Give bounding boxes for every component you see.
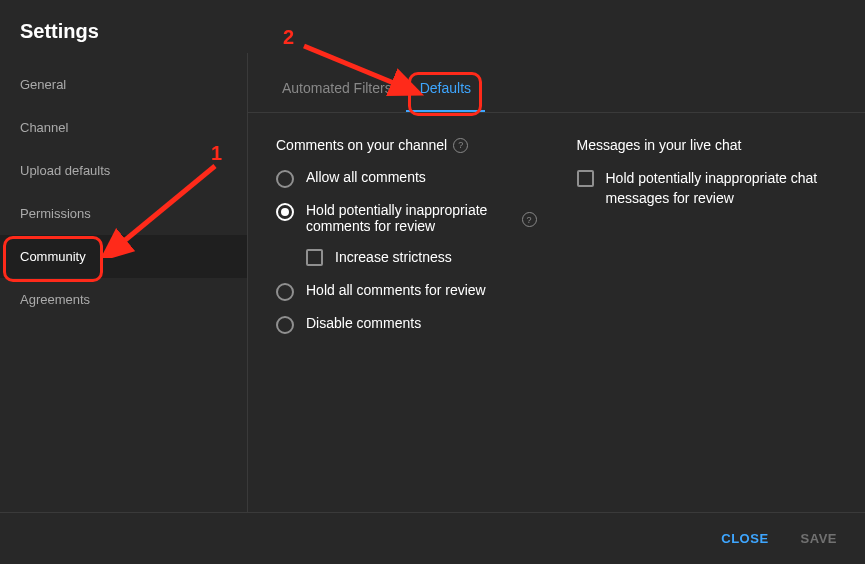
checkbox-hold-chat-messages[interactable]: Hold potentially inappropriate chat mess… <box>577 169 838 208</box>
comments-column: Comments on your channel ? Allow all com… <box>276 137 537 488</box>
settings-dialog: Settings General Channel Upload defaults… <box>0 0 865 564</box>
tab-automated-filters[interactable]: Automated Filters <box>268 64 406 112</box>
help-icon[interactable]: ? <box>453 138 468 153</box>
dialog-footer: CLOSE SAVE <box>0 512 865 564</box>
sidebar-item-upload-defaults[interactable]: Upload defaults <box>0 149 247 192</box>
radio-input[interactable] <box>276 316 294 334</box>
radio-disable-comments[interactable]: Disable comments <box>276 315 537 334</box>
livechat-section-title: Messages in your live chat <box>577 137 838 153</box>
close-button[interactable]: CLOSE <box>717 525 772 552</box>
tab-bar: Automated Filters Defaults <box>248 53 865 113</box>
radio-input[interactable] <box>276 170 294 188</box>
dialog-body: General Channel Upload defaults Permissi… <box>0 53 865 512</box>
sidebar-item-community[interactable]: Community <box>0 235 247 278</box>
sidebar-item-channel[interactable]: Channel <box>0 106 247 149</box>
radio-label: Allow all comments <box>306 169 537 185</box>
livechat-column: Messages in your live chat Hold potentia… <box>577 137 838 488</box>
radio-input[interactable] <box>276 203 294 221</box>
checkbox-increase-strictness[interactable]: Increase strictness <box>306 248 537 268</box>
radio-input[interactable] <box>276 283 294 301</box>
radio-hold-inappropriate[interactable]: Hold potentially inappropriate comments … <box>276 202 514 234</box>
save-button[interactable]: SAVE <box>797 525 841 552</box>
sidebar-item-agreements[interactable]: Agreements <box>0 278 247 321</box>
checkbox-label: Increase strictness <box>335 248 452 268</box>
radio-hold-all[interactable]: Hold all comments for review <box>276 282 537 301</box>
checkbox-label: Hold potentially inappropriate chat mess… <box>606 169 838 208</box>
dialog-title: Settings <box>0 0 865 53</box>
radio-label: Disable comments <box>306 315 537 331</box>
checkbox-input[interactable] <box>577 170 594 187</box>
tab-defaults[interactable]: Defaults <box>406 64 485 112</box>
radio-label: Hold all comments for review <box>306 282 537 298</box>
comments-title-text: Comments on your channel <box>276 137 447 153</box>
help-icon[interactable]: ? <box>522 212 537 227</box>
comments-section-title: Comments on your channel ? <box>276 137 537 153</box>
sidebar-item-permissions[interactable]: Permissions <box>0 192 247 235</box>
checkbox-input[interactable] <box>306 249 323 266</box>
livechat-title-text: Messages in your live chat <box>577 137 742 153</box>
sidebar-item-general[interactable]: General <box>0 63 247 106</box>
radio-label: Hold potentially inappropriate comments … <box>306 202 514 234</box>
settings-sidebar: General Channel Upload defaults Permissi… <box>0 53 248 512</box>
main-panel: Automated Filters Defaults Comments on y… <box>248 53 865 512</box>
radio-allow-all[interactable]: Allow all comments <box>276 169 537 188</box>
tab-content: Comments on your channel ? Allow all com… <box>248 113 865 512</box>
